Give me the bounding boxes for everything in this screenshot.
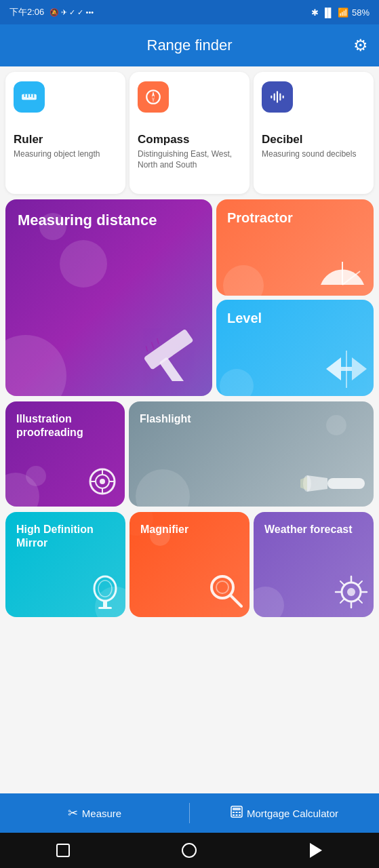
system-nav xyxy=(0,833,379,868)
svg-point-41 xyxy=(216,581,228,593)
right-cards: Protractor Level xyxy=(216,199,374,396)
ruler-desc: Measuring object length xyxy=(14,149,100,160)
wifi-icon: 📶 xyxy=(338,7,348,18)
svg-marker-7 xyxy=(152,97,155,103)
svg-rect-58 xyxy=(233,814,235,816)
decibel-card[interactable]: Decibel Measuring sound decibels xyxy=(254,72,374,194)
protractor-card[interactable]: Protractor xyxy=(216,199,374,296)
svg-line-14 xyxy=(144,346,149,351)
status-left: 下午2:06 🔕 ✈ ✓ ✓ ••• xyxy=(9,6,94,18)
calculator-icon xyxy=(231,806,243,821)
svg-line-52 xyxy=(340,599,344,603)
svg-rect-60 xyxy=(239,814,241,816)
svg-line-49 xyxy=(340,581,344,585)
svg-line-16 xyxy=(155,338,160,344)
svg-point-44 xyxy=(347,588,355,596)
illustration-card[interactable]: Illustration proofreading xyxy=(5,401,125,507)
svg-rect-17 xyxy=(159,357,186,381)
main-content: Ruler Measuring object length Compass Di… xyxy=(0,66,379,711)
status-icons: 🔕 ✈ ✓ ✓ ••• xyxy=(49,8,94,17)
svg-rect-59 xyxy=(235,814,237,816)
bottom-row-1: Illustration proofreading Flashlight xyxy=(5,401,374,507)
svg-rect-8 xyxy=(271,96,272,98)
level-title: Level xyxy=(227,311,363,326)
header: Range finder ⚙ xyxy=(0,24,379,66)
svg-rect-56 xyxy=(235,812,237,813)
svg-marker-35 xyxy=(300,477,307,490)
back-button[interactable] xyxy=(306,840,326,861)
weather-card[interactable]: Weather forecast xyxy=(254,512,374,617)
recent-apps-button[interactable] xyxy=(53,840,73,861)
top-row: Ruler Measuring object length Compass Di… xyxy=(5,72,374,194)
svg-line-42 xyxy=(231,595,241,606)
hd-mirror-card[interactable]: High Definition Mirror xyxy=(5,512,125,617)
svg-rect-54 xyxy=(233,808,241,810)
svg-rect-9 xyxy=(274,94,275,101)
calculator-label: Mortgage Calculator xyxy=(247,808,338,819)
compass-title: Compass xyxy=(138,133,190,146)
protractor-title: Protractor xyxy=(227,210,363,226)
decibel-desc: Measuring sound decibels xyxy=(262,149,356,160)
measure-icon: ✂ xyxy=(68,806,78,821)
ruler-title: Ruler xyxy=(14,133,43,146)
status-right: ✱ ▐▌ 📶 58% xyxy=(311,7,370,18)
measure-nav-item[interactable]: ✂ Measure xyxy=(0,793,189,833)
svg-rect-11 xyxy=(279,94,281,101)
svg-rect-38 xyxy=(103,601,107,608)
svg-rect-10 xyxy=(277,91,278,102)
svg-line-50 xyxy=(358,599,362,603)
svg-rect-39 xyxy=(98,607,112,609)
svg-line-51 xyxy=(358,581,362,585)
bottom-row-2: High Definition Mirror Magnifier xyxy=(5,512,374,617)
page-title: Range finder xyxy=(147,37,233,54)
middle-row: Measuring distance Protrac xyxy=(5,199,374,396)
svg-point-27 xyxy=(100,479,105,484)
decibel-title: Decibel xyxy=(262,133,302,146)
hd-mirror-title: High Definition Mirror xyxy=(16,523,115,550)
magnifier-card[interactable]: Magnifier xyxy=(129,512,250,617)
home-button[interactable] xyxy=(179,840,199,861)
decibel-icon xyxy=(262,81,293,113)
svg-rect-0 xyxy=(22,94,37,100)
ruler-icon xyxy=(14,81,45,113)
calculator-nav-item[interactable]: Mortgage Calculator xyxy=(190,793,379,833)
svg-marker-21 xyxy=(326,357,341,380)
compass-icon xyxy=(138,81,169,113)
status-time: 下午2:06 xyxy=(9,6,44,18)
svg-line-15 xyxy=(150,342,155,349)
bottom-nav: ✂ Measure Mortgage Calculator xyxy=(0,793,379,833)
weather-title: Weather forecast xyxy=(264,523,363,536)
flashlight-card[interactable]: Flashlight xyxy=(129,401,374,507)
measure-label: Measure xyxy=(82,808,121,819)
level-card[interactable]: Level xyxy=(216,300,374,396)
signal-icon: ▐▌ xyxy=(322,7,334,18)
svg-rect-32 xyxy=(327,478,365,489)
ruler-card[interactable]: Ruler Measuring object length xyxy=(5,72,125,194)
measuring-distance-card[interactable]: Measuring distance xyxy=(5,199,212,396)
bluetooth-icon: ✱ xyxy=(311,7,319,18)
svg-marker-23 xyxy=(352,357,367,380)
svg-marker-6 xyxy=(152,91,155,97)
compass-card[interactable]: Compass Distinguishing East, West, North… xyxy=(129,72,250,194)
svg-rect-57 xyxy=(239,812,241,813)
svg-point-37 xyxy=(98,580,112,597)
svg-rect-55 xyxy=(233,812,235,813)
battery-icon: 58% xyxy=(352,7,370,18)
status-bar: 下午2:06 🔕 ✈ ✓ ✓ ••• ✱ ▐▌ 📶 58% xyxy=(0,0,379,24)
svg-rect-12 xyxy=(283,96,284,98)
compass-desc: Distinguishing East, West, North and Sou… xyxy=(138,149,241,170)
illustration-title: Illustration proofreading xyxy=(16,412,114,439)
settings-icon[interactable]: ⚙ xyxy=(353,36,368,55)
